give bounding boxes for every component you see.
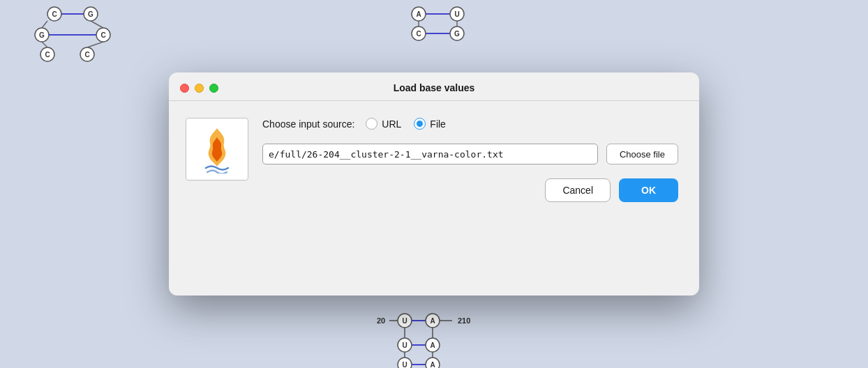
file-radio-button[interactable] bbox=[414, 118, 426, 130]
dialog-content: Choose input source: URL File bbox=[169, 101, 699, 296]
modal-overlay: Load base values Choose bbox=[0, 0, 868, 368]
choose-file-button[interactable]: Choose file bbox=[606, 144, 678, 164]
file-radio-option[interactable]: File bbox=[414, 118, 446, 130]
ok-button[interactable]: OK bbox=[619, 178, 678, 202]
url-radio-button[interactable] bbox=[366, 118, 377, 130]
maximize-button[interactable] bbox=[209, 84, 218, 93]
close-button[interactable] bbox=[180, 84, 189, 93]
dialog: Load base values Choose bbox=[169, 72, 699, 296]
input-source-label: Choose input source: bbox=[262, 118, 354, 130]
action-row: Cancel OK bbox=[262, 178, 678, 208]
java-icon bbox=[186, 118, 248, 181]
dialog-title: Load base values bbox=[180, 82, 688, 93]
file-radio-label: File bbox=[430, 118, 446, 130]
input-source-row: Choose input source: URL File bbox=[262, 118, 678, 130]
minimize-button[interactable] bbox=[195, 84, 204, 93]
dialog-titlebar: Load base values bbox=[169, 72, 699, 101]
file-path-row: Choose file bbox=[262, 144, 678, 164]
window-controls bbox=[180, 84, 218, 93]
url-radio-option[interactable]: URL bbox=[366, 118, 401, 130]
cancel-button[interactable]: Cancel bbox=[545, 178, 611, 202]
file-path-input[interactable] bbox=[262, 144, 598, 164]
url-radio-label: URL bbox=[382, 118, 401, 130]
dialog-right: Choose input source: URL File bbox=[262, 118, 678, 208]
radio-group: URL File bbox=[366, 118, 446, 130]
